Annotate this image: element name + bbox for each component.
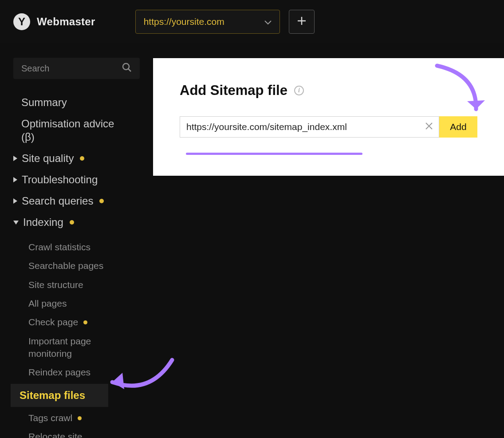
triangle-right-icon (13, 156, 17, 161)
nav-search-queries-label: Search queries (22, 194, 93, 208)
plus-icon (297, 16, 307, 28)
sub-tags-crawl-label: Tags crawl (28, 412, 72, 424)
sub-check-page[interactable]: Check page (13, 315, 140, 330)
app-logo: Y Webmaster (13, 13, 95, 30)
sub-reindex-pages[interactable]: Reindex pages (13, 365, 140, 380)
nav-troubleshooting[interactable]: Troubleshooting (13, 173, 140, 186)
nav-troubleshooting-label: Troubleshooting (22, 173, 98, 186)
clear-input-icon[interactable] (425, 121, 433, 133)
status-dot-icon (70, 220, 74, 225)
status-dot-icon (83, 320, 87, 324)
sub-relocate-site[interactable]: Relocate site (13, 429, 140, 438)
add-site-button[interactable] (289, 10, 315, 34)
indexing-sublist: Crawl statistics Searchable pages Site s… (13, 240, 140, 438)
nav-site-quality-label: Site quality (22, 152, 74, 165)
sub-crawl-statistics[interactable]: Crawl statistics (13, 240, 140, 255)
triangle-right-icon (13, 198, 17, 204)
status-dot-icon (80, 156, 84, 161)
nav-list: Summary Optimisation advice (β) Site qua… (13, 96, 140, 438)
status-dot-icon (78, 416, 82, 420)
nav-indexing-label: Indexing (23, 216, 63, 229)
panel-title-row: Add Sitemap file i (180, 83, 477, 99)
nav-optimisation[interactable]: Optimisation advice (β) (21, 117, 123, 144)
logo-icon: Y (13, 13, 30, 30)
sitemap-url-input[interactable] (180, 116, 439, 138)
nav-indexing[interactable]: Indexing (13, 216, 140, 229)
sidebar-search[interactable] (13, 58, 140, 79)
sub-sitemap-files[interactable]: Sitemap files (11, 384, 108, 407)
chevron-down-icon (264, 16, 272, 27)
sub-all-pages[interactable]: All pages (13, 296, 140, 311)
triangle-down-icon (13, 221, 19, 225)
sub-check-page-label: Check page (28, 316, 78, 328)
search-icon (122, 63, 132, 74)
add-sitemap-panel: Add Sitemap file i Add (153, 58, 504, 176)
sidebar: Summary Optimisation advice (β) Site qua… (0, 43, 153, 438)
app-title: Webmaster (37, 16, 95, 28)
triangle-right-icon (13, 177, 17, 182)
site-select-value: https://yoursite.com (144, 16, 224, 27)
sub-site-structure[interactable]: Site structure (13, 277, 140, 292)
search-input[interactable] (21, 63, 110, 74)
nav-site-quality[interactable]: Site quality (13, 152, 140, 165)
sub-tags-crawl[interactable]: Tags crawl (13, 410, 140, 426)
annotation-underline (186, 153, 362, 155)
svg-point-0 (123, 63, 129, 70)
add-button[interactable]: Add (439, 116, 477, 138)
status-dot-icon (99, 199, 104, 203)
site-select-dropdown[interactable]: https://yoursite.com (135, 10, 280, 34)
nav-search-queries[interactable]: Search queries (13, 194, 140, 208)
body-container: Summary Optimisation advice (β) Site qua… (0, 43, 504, 438)
sub-important-page-monitoring[interactable]: Important page monitoring (13, 334, 111, 362)
sitemap-input-row: Add (180, 116, 477, 138)
panel-title: Add Sitemap file (180, 83, 287, 99)
main-content: Add Sitemap file i Add (153, 43, 504, 438)
sitemap-input-wrap (180, 116, 439, 138)
sub-searchable-pages[interactable]: Searchable pages (13, 258, 140, 273)
header-bar: Y Webmaster https://yoursite.com (0, 0, 504, 43)
nav-summary[interactable]: Summary (21, 96, 140, 109)
info-icon[interactable]: i (294, 86, 304, 95)
